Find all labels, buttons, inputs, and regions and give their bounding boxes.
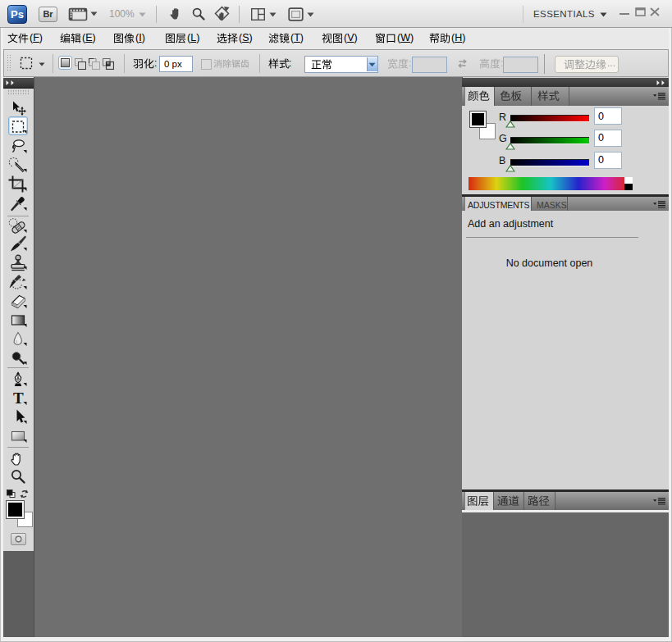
svg-text:T: T xyxy=(13,389,24,407)
